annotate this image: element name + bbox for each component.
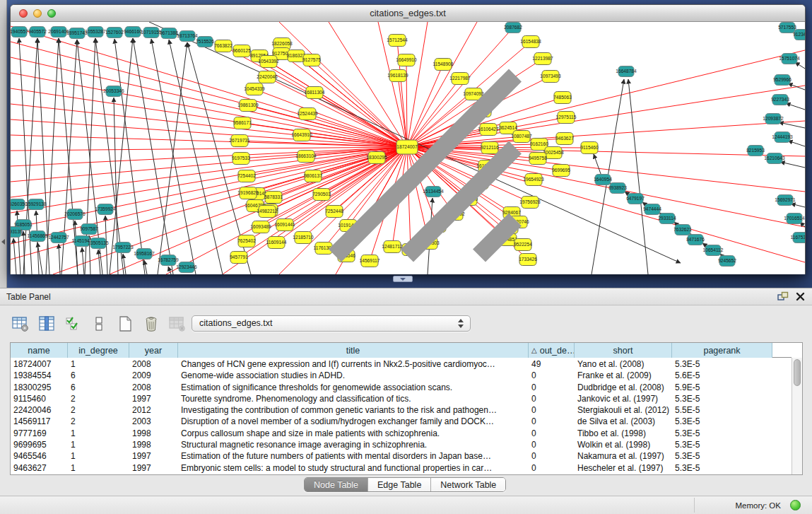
table-cell: 5.3E-5 (672, 416, 772, 427)
table-cell: 18724007 (11, 358, 68, 370)
show-columns-icon[interactable] (36, 313, 57, 334)
dropdown-arrows-icon (458, 319, 464, 328)
collapse-panel-arrow-icon[interactable] (1, 239, 5, 245)
table-cell: 1998 (129, 439, 178, 450)
table-cell: 2 (68, 393, 129, 404)
table-row[interactable]: 1456911722003Disruption of a novel membe… (11, 416, 792, 427)
table-cell: 2 (68, 416, 129, 427)
memory-status-label: Memory: OK (735, 501, 781, 510)
node-table: namein_degreeyeartitle△out_de…shortpager… (10, 342, 803, 475)
table-cell: 0 (529, 462, 575, 474)
table-cell: 6 (68, 382, 129, 393)
column-header-pagerank[interactable]: pagerank (672, 343, 772, 358)
table-cell: Dudbridge et al. (2008) (575, 382, 672, 393)
table-row[interactable]: 946362711997Embryonic stem cells: a mode… (11, 462, 792, 474)
cytoscape-app: citations_edges.txt 19405579405572206914… (0, 0, 812, 514)
table-vertical-scrollbar[interactable] (792, 358, 802, 474)
column-header-name[interactable]: name (11, 343, 68, 358)
table-body: 1872400712008Changes of HCN gene express… (11, 358, 792, 474)
table-row[interactable]: 911546021997Tourette syndrome. Phenomeno… (11, 393, 792, 404)
table-cell: 19384554 (11, 370, 68, 381)
table-header-row: namein_degreeyeartitle△out_de…shortpager… (11, 343, 792, 358)
float-panel-icon[interactable] (777, 291, 789, 301)
table-cell: Corpus callosum shape and size in male p… (178, 428, 529, 439)
table-row[interactable]: 1938455462009Genome-wide association stu… (11, 370, 792, 381)
table-selector-dropdown[interactable]: citations_edges.txt (192, 315, 471, 332)
table-cell: 6 (68, 370, 129, 381)
tab-edge-table[interactable]: Edge Table (368, 478, 431, 492)
table-cell: 0 (529, 428, 575, 439)
table-cell: 2003 (129, 416, 178, 427)
column-header-label: title (346, 346, 360, 356)
network-window-title: citations_edges.txt (11, 8, 805, 18)
network-window-titlebar[interactable]: citations_edges.txt (11, 5, 805, 22)
column-header-out_de[interactable]: △out_de… (529, 343, 575, 358)
table-cell: 18300295 (11, 382, 68, 393)
splitter-handle[interactable] (393, 276, 413, 282)
table-row[interactable]: 977716911998Corpus callosum shape and si… (11, 428, 792, 439)
table-row[interactable]: 1830029562008Estimation of significance … (11, 382, 792, 393)
table-cell: 0 (529, 439, 575, 450)
select-all-icon[interactable] (62, 313, 83, 334)
table-cell: 5.3E-5 (672, 393, 772, 404)
table-cell: Structural magnetic resonance image aver… (178, 439, 529, 450)
table-cell: Yano et al. (2008) (575, 358, 672, 370)
tab-node-table[interactable]: Node Table (305, 478, 368, 492)
tab-network-table[interactable]: Network Table (431, 478, 505, 492)
column-header-label: out_de… (540, 346, 575, 356)
column-header-in_degree[interactable]: in_degree (68, 343, 129, 358)
table-row[interactable]: 1872400712008Changes of HCN gene express… (11, 358, 792, 370)
table-cell: 1 (68, 450, 129, 462)
table-row[interactable]: 946554611997Estimation of the future num… (11, 450, 792, 462)
column-header-title[interactable]: title (178, 343, 529, 358)
table-cell: Estimation of significance thresholds fo… (178, 382, 529, 393)
table-cell: Changes of HCN gene expression and I(f) … (178, 358, 529, 370)
scrollbar-thumb[interactable] (794, 359, 801, 386)
table-cell: 49 (529, 358, 575, 370)
table-options-icon[interactable] (10, 313, 31, 334)
clear-selection-icon[interactable] (88, 313, 110, 334)
table-tabs: Node TableEdge TableNetwork Table (304, 477, 506, 492)
close-panel-icon[interactable] (796, 292, 805, 301)
table-cell: 5.3E-5 (672, 358, 772, 370)
table-cell: 2008 (129, 382, 178, 393)
network-desktop: citations_edges.txt 19405579405572206914… (0, 0, 812, 288)
column-header-year[interactable]: year (129, 343, 178, 358)
table-cell: 14569117 (11, 416, 68, 427)
table-row[interactable]: 2242004622012Investigating the contribut… (11, 404, 792, 416)
column-header-short[interactable]: short (575, 343, 672, 358)
table-cell: 5.3E-5 (672, 428, 772, 439)
table-cell: de Silva et al. (2003) (575, 416, 672, 427)
network-view-canvas[interactable]: 1940557940557220691406189517431055328715… (11, 22, 805, 274)
table-cell: 1 (68, 439, 129, 450)
table-cell: 0 (529, 416, 575, 427)
resize-grip-icon[interactable] (11, 22, 804, 274)
control-panel-edge (0, 0, 7, 288)
table-row[interactable]: 969969511998Structural magnetic resonanc… (11, 439, 792, 450)
table-cell: Stergiakouli et al. (2012) (575, 404, 672, 416)
table-cell: 9463627 (11, 462, 68, 474)
table-cell: 9777169 (11, 428, 68, 439)
table-cell: 9699695 (11, 439, 68, 450)
table-cell: 5.9E-5 (672, 382, 772, 393)
column-header-label: in_degree (78, 346, 118, 356)
table-cell: Estimation of the future numbers of pati… (178, 450, 529, 462)
table-cell: Disruption of a novel member of a sodium… (178, 416, 529, 427)
table-cell: 5.3E-5 (672, 462, 772, 474)
table-cell: Franke et al. (2009) (575, 370, 672, 381)
create-table-icon[interactable] (114, 313, 136, 334)
status-bar: Memory: OK (0, 496, 812, 514)
delete-columns-icon[interactable] (167, 313, 188, 334)
table-cell: 5.5E-5 (672, 404, 772, 416)
table-cell: 5.6E-5 (672, 370, 772, 381)
table-cell: Nakamura et al. (1997) (575, 450, 672, 462)
table-cell: 1997 (129, 393, 178, 404)
sort-ascending-icon: △ (531, 346, 537, 354)
memory-status-led (790, 500, 801, 510)
table-cell: 5.3E-5 (672, 439, 772, 450)
table-cell: 0 (529, 370, 575, 381)
table-cell: Tourette syndrome. Phenomenology and cla… (178, 393, 529, 404)
delete-table-icon[interactable] (141, 313, 162, 334)
table-cell: Hescheler et al. (1997) (575, 462, 672, 474)
table-cell: Tibbo et al. (1998) (575, 428, 672, 439)
